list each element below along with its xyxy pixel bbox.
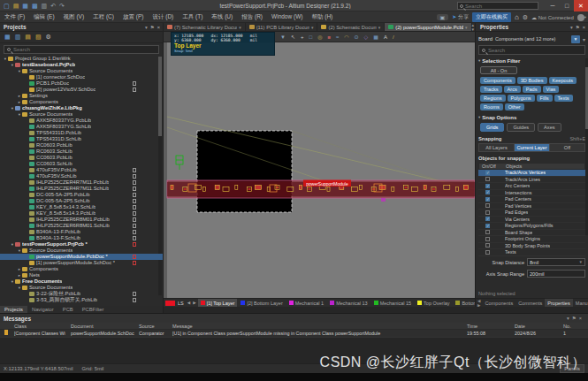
menu-item-4[interactable]: 放置 (P)	[118, 11, 148, 22]
filter-button-regions[interactable]: Regions	[480, 95, 506, 102]
room-label[interactable]: powerSupportModule	[303, 180, 351, 187]
menu-item-6[interactable]: 工具 (T)	[178, 11, 207, 22]
pcb-toolbar-origin-icon[interactable]: +	[301, 34, 304, 40]
layer-tab-2[interactable]: Mechanical 1	[286, 299, 326, 307]
new-icon[interactable]: ▢	[4, 2, 10, 10]
cloud-status[interactable]: ☁ Not Connected	[531, 14, 574, 20]
tree-item[interactable]: B340A-13-F.PcbLib	[0, 229, 163, 235]
filter-button-vias[interactable]: Vias	[543, 86, 560, 93]
projects-validate-icon[interactable]: ▥	[15, 34, 21, 41]
tree-item[interactable]: DC-005-5A-2P5.SchLib	[0, 198, 163, 204]
projects-refresh-icon[interactable]: ▧	[35, 34, 42, 41]
tree-item[interactable]: 470uF35V.PcbLib	[0, 167, 163, 173]
snapping-segment-all-layers[interactable]: All Layers	[479, 144, 515, 151]
messages-column-document[interactable]: Document	[71, 323, 136, 330]
snap-object-row[interactable]: ✓Regions/Polygons/Fills	[478, 223, 585, 230]
snap-mode-grids[interactable]: Grids	[480, 123, 504, 132]
panel-tab-manu[interactable]: Manu	[573, 299, 588, 308]
tree-item[interactable]: [1] powerSupportModule.SchDoc *	[0, 260, 163, 266]
snap-object-row[interactable]: Footprint Origins	[478, 236, 585, 243]
menu-item-0[interactable]: 文件 (F)	[0, 11, 29, 22]
filter-button-keepouts[interactable]: Keepouts	[549, 77, 577, 84]
filter-button-pads[interactable]: Pads	[523, 86, 541, 93]
global-search-input[interactable]	[465, 4, 536, 9]
checkbox[interactable]	[485, 177, 490, 181]
menu-item-3[interactable]: 工程 (C)	[88, 11, 118, 22]
pcb-toolbar-region-icon[interactable]: ◇	[364, 34, 369, 40]
tree-item[interactable]: ▸Components	[0, 266, 163, 272]
close-icon[interactable]: ×	[583, 25, 585, 30]
snap-distance-dropdown[interactable]: 8mil▼	[527, 258, 585, 266]
messages-column-message[interactable]: Message	[172, 323, 464, 330]
checkbox[interactable]: ✓	[485, 217, 490, 221]
projects-open-project-icon[interactable]: ▤	[25, 34, 31, 41]
checkbox[interactable]: ✓	[485, 224, 490, 228]
document-tab-2[interactable]: (2) Schematic Document▾	[317, 23, 385, 31]
pcb-toolbar-select-icon[interactable]: ↖	[291, 34, 295, 40]
pcb-toolbar-line-icon[interactable]: /	[393, 34, 394, 40]
menu-item-9[interactable]: Window (W)	[267, 11, 307, 22]
maximize-button[interactable]: □	[560, 0, 574, 11]
component-footprint[interactable]	[300, 186, 302, 190]
menu-item-8[interactable]: 报告 (R)	[237, 11, 267, 22]
open-icon[interactable]: ▤	[13, 2, 19, 10]
tree-item[interactable]: RC0603.SchLib	[0, 149, 163, 155]
checkbox[interactable]: ✓	[485, 171, 490, 175]
snap-object-row[interactable]: Texts	[478, 249, 585, 256]
tab-scroll-arrows[interactable]: ◀ ▶	[476, 299, 482, 308]
minimize-button[interactable]: ─	[546, 0, 560, 11]
document-tab-1[interactable]: (11) PCB Library Document▾	[246, 23, 318, 31]
panel-tab-pcb[interactable]: PCB	[58, 306, 78, 313]
messages-column-class[interactable]: Class	[14, 323, 69, 330]
snap-object-row[interactable]: ✓Via Centers	[478, 217, 585, 224]
tree-item[interactable]: ▸Settings	[0, 93, 163, 99]
pin-icon[interactable]: ⚑	[572, 316, 577, 321]
filter-button-polygons[interactable]: Polygons	[508, 95, 535, 102]
filter-button-other[interactable]: Other	[505, 103, 524, 110]
pcb-toolbar-pad-icon[interactable]: ⊙	[355, 34, 359, 40]
properties-search-box[interactable]	[478, 45, 585, 55]
component-footprint[interactable]	[379, 186, 386, 190]
all-on-button[interactable]: All - On	[480, 66, 517, 74]
tree-item[interactable]: ▾testBaseboard.PrjPcb	[0, 62, 163, 68]
panel-menu-icon[interactable]: ▾	[145, 25, 148, 30]
panel-menu-icon[interactable]: ▾	[570, 25, 573, 30]
tree-item[interactable]: IHLP2525CZER6R8M01.PcbLib	[0, 217, 163, 223]
snapshot-icon[interactable]: ▣	[437, 14, 449, 20]
more-options-icon[interactable]: ▾	[583, 36, 585, 42]
snap-object-row[interactable]: ✓Intersections	[478, 190, 585, 197]
pcb-toolbar-track-icon[interactable]: ≈	[336, 34, 339, 40]
tree-item[interactable]: TPS54331D.PcbLib	[0, 130, 163, 136]
menu-item-5[interactable]: 设计 (D)	[148, 11, 178, 22]
snap-object-row[interactable]: Pad Edges	[478, 210, 585, 217]
checkbox[interactable]	[485, 230, 490, 234]
pcb-canvas[interactable]: x: 12185.000 dx: 12185.000 mil y: 6360.0…	[164, 42, 475, 298]
tree-item[interactable]: IHLP2525CZER6R8M01.SchLib	[0, 223, 163, 229]
component-footprint[interactable]	[424, 186, 426, 190]
pcb-toolbar-room-icon[interactable]: ▦	[373, 34, 378, 40]
gear-icon[interactable]: ⚙	[523, 14, 528, 21]
layer-tab-6[interactable]: Bottom Overlay	[453, 299, 475, 307]
home-icon[interactable]: ⌂	[515, 13, 519, 21]
redo-icon[interactable]: ↷	[59, 2, 65, 10]
panel-tab-components[interactable]: Components	[482, 299, 515, 308]
layer-set-label[interactable]: LS	[176, 301, 186, 306]
tree-item[interactable]: CC0603.PcbLib	[0, 155, 163, 161]
scroll-left-icon[interactable]: ◀	[187, 301, 191, 305]
pcb-toolbar-component-icon[interactable]: □	[309, 34, 313, 40]
checkbox[interactable]	[485, 243, 490, 248]
checkbox[interactable]	[485, 250, 490, 255]
panel-tab-navigator[interactable]: Navigator	[27, 306, 58, 313]
messages-column-no[interactable]: No.	[563, 323, 586, 330]
scope-dropdown[interactable]: Components (and 12 more)	[495, 36, 569, 42]
user-avatar[interactable]: ▾	[577, 14, 586, 21]
layer-tab-0[interactable]: [1] Top Layer	[198, 299, 238, 307]
document-tab-0[interactable]: (7) Schematic Library Document▾	[164, 23, 246, 31]
panel-tab-projects[interactable]: Projects	[0, 306, 27, 313]
snap-object-row[interactable]: Pad Vertices	[478, 203, 585, 210]
tree-item[interactable]: [2] power12Vto5V.SchDoc	[0, 87, 163, 93]
message-row[interactable]: [Component Classes WipowerSupportModule.…	[0, 330, 588, 337]
tree-item[interactable]: ▾testPowerSupport.PrjPcb *	[0, 241, 163, 248]
tree-item[interactable]: 470uF35V.SchLib	[0, 173, 163, 179]
snapping-segment-off[interactable]: Off	[550, 144, 584, 151]
